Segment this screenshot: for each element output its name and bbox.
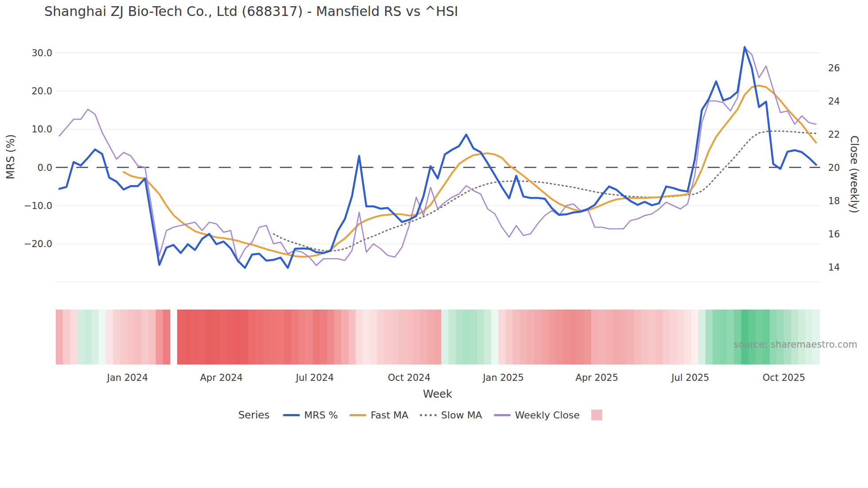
source-watermark: source: sharemaestro.com: [664, 339, 857, 350]
heatmap-cell: [563, 310, 570, 364]
heatmap-cell: [84, 310, 92, 364]
y-right-tick-label: 24: [828, 96, 840, 107]
heatmap-cell: [427, 310, 434, 364]
heatmap-cell: [684, 310, 692, 364]
heatmap-cell: [655, 310, 663, 364]
heatmap-cell: [763, 310, 770, 364]
heatmap-cell: [734, 310, 741, 364]
y-left-tick-label: 0.0: [38, 163, 52, 173]
heatmap-cell: [399, 310, 406, 364]
heatmap-cell: [627, 310, 635, 364]
heatmap-cell: [227, 310, 235, 364]
heatmap-cell: [456, 310, 463, 364]
x-tick-label: Jul 2025: [670, 372, 709, 383]
weekly-close-line-swatch: [494, 414, 511, 416]
heatmap-cell: [770, 310, 777, 364]
heatmap-cell: [363, 310, 370, 364]
x-tick-label: Jan 2024: [106, 372, 148, 383]
heatmap-cell: [106, 310, 113, 364]
heatmap-cell: [263, 310, 270, 364]
heatmap-cell: [127, 310, 135, 364]
heatmap-cell: [591, 310, 599, 364]
heatmap-cell: [777, 310, 784, 364]
figure-canvas: { "title": "Shanghai ZJ Bio-Tech Co., Lt…: [0, 0, 868, 488]
legend-label-fast-ma: Fast MA: [371, 410, 408, 421]
heatmap-cell: [92, 310, 99, 364]
legend-item-fast-ma: Fast MA: [349, 410, 408, 421]
heatmap-cell: [241, 310, 249, 364]
heatmap-cell: [513, 310, 520, 364]
heatmap-cell: [163, 310, 170, 364]
heatmap-cell: [420, 310, 427, 364]
heatmap-cell: [570, 310, 577, 364]
heatmap-cell: [677, 310, 684, 364]
heatmap-cell: [648, 310, 656, 364]
weekly-close-line: [59, 48, 816, 265]
heatmap-cell: [206, 310, 213, 364]
y-left-tick-label: 30.0: [31, 48, 52, 58]
heatmap-cell: [806, 310, 813, 364]
heatmap-cell: [134, 310, 142, 364]
heatmap-cell: [284, 310, 292, 364]
legend-label-slow-ma: Slow MA: [441, 410, 482, 421]
slow-ma-dotted-swatch: [420, 414, 437, 416]
heatmap-cell: [184, 310, 192, 364]
y-right-tick-label: 20: [828, 163, 840, 173]
heatmap-cell: [641, 310, 649, 364]
heatmap-cell: [198, 310, 206, 364]
heatmap-cell: [327, 310, 335, 364]
heatmap-cell: [598, 310, 606, 364]
x-tick-label: Apr 2025: [576, 372, 618, 383]
heatmap-cell: [441, 310, 449, 364]
heatmap-cell: [605, 310, 613, 364]
heatmap-cell: [813, 310, 820, 364]
heatmap-cell: [349, 310, 356, 364]
heatmap-cell: [620, 310, 627, 364]
heatmap-cell: [234, 310, 242, 364]
heatmap-cell: [56, 310, 63, 364]
heatmap-cell: [270, 310, 278, 364]
y-right-tick-label: 14: [828, 262, 840, 273]
heatmap-cell: [520, 310, 527, 364]
heatmap-cell: [634, 310, 642, 364]
heatmap-cell: [141, 310, 149, 364]
legend-title: Series: [238, 409, 270, 421]
heatmap-cell: [277, 310, 285, 364]
heatmap-cell: [291, 310, 299, 364]
heatmap-cell: [498, 310, 506, 364]
heatmap-cell: [306, 310, 313, 364]
heatmap-cell: [313, 310, 320, 364]
heatmap-cell: [527, 310, 535, 364]
heatmap-cell: [555, 310, 563, 364]
y-left-tick-label: −20.0: [24, 239, 52, 249]
heatmap-cell: [612, 310, 620, 364]
heatmap-cell: [77, 310, 85, 364]
heatmap-cell: [506, 310, 513, 364]
legend: Series MRS % Fast MA Slow MA Weekly Clos…: [238, 409, 602, 421]
heatmap-cell: [256, 310, 263, 364]
heatmap-cell: [548, 310, 556, 364]
heatmap-cell: [577, 310, 585, 364]
x-tick-label: Jul 2024: [295, 372, 333, 383]
heatmap-cell: [99, 310, 106, 364]
heatmap-cell: [149, 310, 156, 364]
heatmap-cell: [391, 310, 399, 364]
y-left-tick-label: 10.0: [31, 124, 52, 135]
heatmap-cell: [298, 310, 306, 364]
legend-item-weekly-close: Weekly Close: [494, 410, 580, 421]
chart-title: Shanghai ZJ Bio-Tech Co., Ltd (688317) -…: [44, 4, 458, 19]
heatmap-cell: [220, 310, 228, 364]
legend-item-mrs: MRS %: [283, 410, 338, 421]
heatmap-cell: [670, 310, 677, 364]
heatmap-cell: [484, 310, 492, 364]
heatmap-cell: [156, 310, 163, 364]
heatmap-cell: [70, 310, 78, 364]
heatmap-cell: [477, 310, 484, 364]
heatmap-cell: [784, 310, 791, 364]
heatmap-swatch: [591, 410, 602, 420]
heatmap-cell: [377, 310, 384, 364]
heatmap-cell: [449, 310, 456, 364]
x-tick-label: Apr 2024: [200, 372, 243, 383]
heatmap-cell: [727, 310, 734, 364]
y-right-tick-label: 26: [828, 63, 840, 74]
